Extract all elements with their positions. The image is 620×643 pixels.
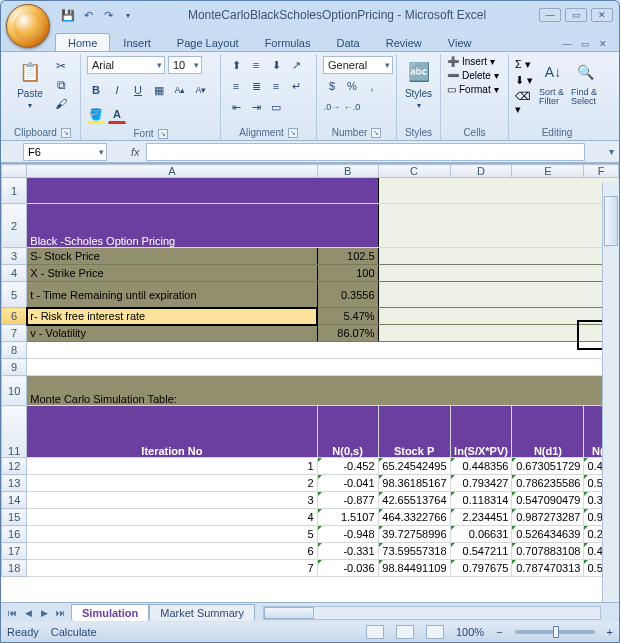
row-header[interactable]: 10: [2, 376, 27, 406]
table-cell[interactable]: -0.877: [317, 492, 378, 509]
tab-view[interactable]: View: [435, 33, 485, 51]
increase-indent-button[interactable]: ⇥: [247, 98, 265, 116]
th-stockp[interactable]: Stock P: [378, 406, 450, 458]
format-painter-icon[interactable]: 🖌: [53, 96, 69, 112]
sort-filter-button[interactable]: A↓ Sort & Filter: [539, 56, 567, 106]
number-dialog-icon[interactable]: ↘: [371, 128, 381, 138]
view-pagebreak-button[interactable]: [426, 625, 444, 639]
currency-button[interactable]: $: [323, 77, 341, 95]
view-layout-button[interactable]: [396, 625, 414, 639]
cell-b7[interactable]: 86.07%: [317, 325, 378, 342]
cell-a5[interactable]: t - Time Remaining until expiration: [27, 282, 317, 308]
alignment-dialog-icon[interactable]: ↘: [288, 128, 298, 138]
row-header[interactable]: 6: [2, 308, 27, 325]
align-right-button[interactable]: ≡: [267, 77, 285, 95]
table-cell[interactable]: 0.448356: [450, 458, 512, 475]
bold-button[interactable]: B: [87, 81, 105, 99]
zoom-slider[interactable]: [515, 630, 595, 634]
merge-button[interactable]: ▭: [267, 98, 285, 116]
table-cell[interactable]: -0.452: [317, 458, 378, 475]
shrink-font-button[interactable]: A▾: [192, 81, 210, 99]
row-header[interactable]: 13: [2, 475, 27, 492]
tab-nav-first-icon[interactable]: ⏮: [5, 608, 19, 618]
sheet-tab-market-summary[interactable]: Market Summary: [149, 604, 255, 621]
col-header-d[interactable]: D: [450, 165, 512, 178]
table-cell[interactable]: 3: [27, 492, 317, 509]
row-header[interactable]: 15: [2, 509, 27, 526]
table-cell[interactable]: 0.526434639: [512, 526, 584, 543]
table-cell[interactable]: 73.59557318: [378, 543, 450, 560]
table-cell[interactable]: 464.3322766: [378, 509, 450, 526]
row-header[interactable]: 11: [2, 406, 27, 458]
tab-data[interactable]: Data: [323, 33, 372, 51]
orientation-button[interactable]: ↗: [287, 56, 305, 74]
find-select-button[interactable]: 🔍 Find & Select: [571, 56, 599, 106]
col-header-a[interactable]: A: [27, 165, 317, 178]
name-box[interactable]: F6: [23, 143, 107, 161]
fx-button[interactable]: fx: [131, 146, 140, 158]
cut-icon[interactable]: ✂: [53, 58, 69, 74]
table-cell[interactable]: 0.06631: [450, 526, 512, 543]
zoom-handle[interactable]: [553, 626, 559, 638]
table-cell[interactable]: 1.5107: [317, 509, 378, 526]
scroll-thumb[interactable]: [264, 607, 314, 619]
undo-icon[interactable]: ↶: [81, 8, 95, 22]
col-header-c[interactable]: C: [378, 165, 450, 178]
row-header[interactable]: 2: [2, 204, 27, 248]
autosum-button[interactable]: Σ ▾: [515, 58, 535, 71]
row-header[interactable]: 17: [2, 543, 27, 560]
cell-b4[interactable]: 100: [317, 265, 378, 282]
table-cell[interactable]: 98.84491109: [378, 560, 450, 577]
align-top-button[interactable]: ⬆: [227, 56, 245, 74]
table-cell[interactable]: 0.673051729: [512, 458, 584, 475]
percent-button[interactable]: %: [343, 77, 361, 95]
italic-button[interactable]: I: [108, 81, 126, 99]
row-header[interactable]: 18: [2, 560, 27, 577]
delete-cells-button[interactable]: ➖Delete ▾: [447, 70, 499, 81]
horizontal-scrollbar[interactable]: [263, 606, 601, 620]
table-cell[interactable]: 0.547090479: [512, 492, 584, 509]
row-header[interactable]: 4: [2, 265, 27, 282]
align-left-button[interactable]: ≡: [227, 77, 245, 95]
redo-icon[interactable]: ↷: [101, 8, 115, 22]
doc-restore-button[interactable]: ▭: [577, 37, 593, 51]
table-cell[interactable]: 5: [27, 526, 317, 543]
table-cell[interactable]: 1: [27, 458, 317, 475]
table-cell[interactable]: 98.36185167: [378, 475, 450, 492]
fill-color-button[interactable]: 🪣: [87, 106, 105, 124]
clipboard-dialog-icon[interactable]: ↘: [61, 128, 71, 138]
decrease-indent-button[interactable]: ⇤: [227, 98, 245, 116]
table-cell[interactable]: -0.948: [317, 526, 378, 543]
save-icon[interactable]: 💾: [61, 8, 75, 22]
table-cell[interactable]: -0.036: [317, 560, 378, 577]
zoom-level[interactable]: 100%: [456, 626, 484, 638]
close-button[interactable]: ✕: [591, 8, 613, 22]
table-cell[interactable]: -0.331: [317, 543, 378, 560]
col-header-b[interactable]: B: [317, 165, 378, 178]
format-cells-button[interactable]: ▭Format ▾: [447, 84, 499, 95]
zoom-out-button[interactable]: −: [496, 626, 502, 638]
sheet-tab-simulation[interactable]: Simulation: [71, 604, 149, 621]
doc-minimize-button[interactable]: —: [559, 37, 575, 51]
tab-home[interactable]: Home: [55, 33, 110, 51]
paste-button[interactable]: 📋 Paste ▾: [11, 56, 49, 110]
table-cell[interactable]: 39.72758996: [378, 526, 450, 543]
col-header-e[interactable]: E: [512, 165, 584, 178]
row-header[interactable]: 3: [2, 248, 27, 265]
grow-font-button[interactable]: A▴: [171, 81, 189, 99]
cell-a6[interactable]: r- Risk free interest rate: [27, 308, 317, 325]
table-cell[interactable]: 0.707883108: [512, 543, 584, 560]
th-nd1[interactable]: N(d1): [512, 406, 584, 458]
zoom-in-button[interactable]: +: [607, 626, 613, 638]
insert-cells-button[interactable]: ➕Insert ▾: [447, 56, 495, 67]
table-cell[interactable]: 0.797675: [450, 560, 512, 577]
tab-page-layout[interactable]: Page Layout: [164, 33, 252, 51]
fill-button[interactable]: ⬇ ▾: [515, 74, 535, 87]
th-n0s[interactable]: N(0,s): [317, 406, 378, 458]
table-cell[interactable]: 0.987273287: [512, 509, 584, 526]
row-header[interactable]: 5: [2, 282, 27, 308]
office-button[interactable]: [6, 4, 50, 48]
row-header[interactable]: 14: [2, 492, 27, 509]
table-cell[interactable]: 42.65513764: [378, 492, 450, 509]
tab-nav-next-icon[interactable]: ▶: [37, 608, 51, 618]
